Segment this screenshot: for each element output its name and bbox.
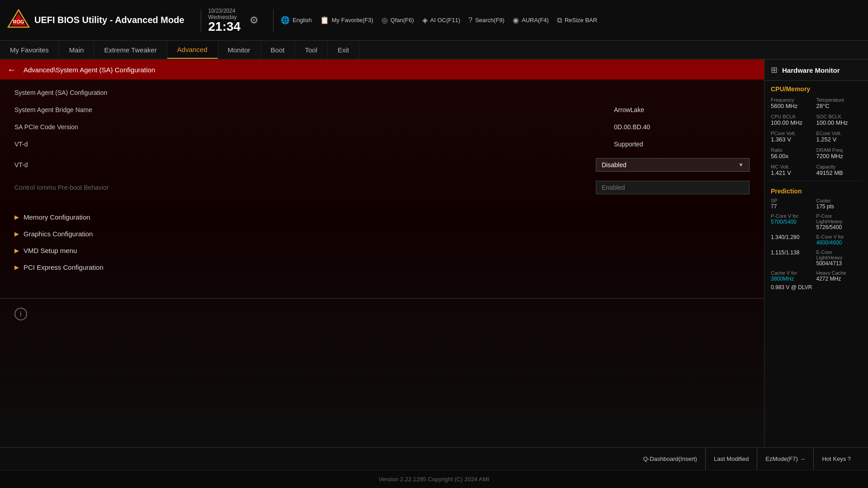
hw-cell-ecore-volt: ECore Volt. 1.252 V [816,129,862,145]
info-section: i [0,303,764,325]
tab-my-favorites[interactable]: My Favorites [0,41,59,59]
ai-oc-icon: ◈ [422,16,428,24]
pcie-code-value: 0D.00.BD.40 [614,123,750,131]
shortcuts-bar: 🌐 English 📋 My Favorite(F3) ◎ Qfan(F6) ◈… [281,16,861,24]
tab-tool[interactable]: Tool [295,41,328,59]
config-item-bridge-name: System Agent Bridge Name ArrowLake [0,101,764,118]
config-item-iommu: Control Iommu Pre-boot Behavior Enabled [0,177,764,198]
header-divider-2 [273,9,274,32]
expand-arrow-icon: ▶ [14,230,19,237]
vtd-dropdown[interactable]: Disabled ▼ [596,158,750,172]
sections-list: ▶ Memory Configuration ▶ Graphics Config… [0,204,764,280]
section-label: Memory Configuration [24,213,90,221]
section-label: Graphics Configuration [24,230,93,238]
prediction-title: Prediction [764,184,868,197]
vtd-support-value: Supported [614,141,750,148]
hw-cell-temperature: Temperature 28°C [816,95,862,111]
config-item-sa-config: System Agent (SA) Configuration [0,84,764,101]
expand-arrow-icon: ▶ [14,214,19,221]
hw-cell-frequency: Frequency 5600 MHz [771,95,816,111]
tab-advanced[interactable]: Advanced [167,41,218,59]
config-item-pcie-code: SA PCIe Code Version 0D.00.BD.40 [0,118,764,136]
back-button[interactable]: ← [7,65,16,75]
shortcut-english[interactable]: 🌐 English [281,16,312,24]
tab-monitor[interactable]: Monitor [218,41,261,59]
pred-heavy-cache: Heavy Cache 4272 MHz [816,269,862,283]
shortcut-my-favorite[interactable]: 📋 My Favorite(F3) [320,16,373,24]
version-bar: Version 2.22.1295 Copyright (C) 2024 AMI [0,470,868,488]
favorite-icon: 📋 [320,16,329,24]
shortcut-search[interactable]: ? Search(F9) [468,16,505,24]
hw-cell-soc-bclk: SOC BCLK 100.00 MHz [816,112,862,128]
bridge-name-label: System Agent Bridge Name [14,106,92,113]
resize-bar-icon: ⧉ [557,16,562,24]
pcie-code-label: SA PCIe Code Version [14,123,78,131]
hw-monitor-title: Hardware Monitor [782,66,840,74]
section-pci-express[interactable]: ▶ PCI Express Configuration [0,259,764,276]
hw-cell-dram-freq: DRAM Freq. 7200 MHz [816,145,862,161]
content-divider [0,298,764,299]
config-item-vtd-setting[interactable]: VT-d Disabled ▼ [0,155,764,175]
hw-cell-capacity: Capacity 49152 MB [816,162,862,178]
aura-icon: ◉ [513,16,519,24]
section-label: PCI Express Configuration [24,263,104,271]
cpu-memory-title: CPU/Memory [764,81,868,95]
header-bar: ROG UEFI BIOS Utility - Advanced Mode 10… [0,0,868,41]
info-icon: i [14,308,27,320]
version-text: Version 2.22.1295 Copyright (C) 2024 AMI [379,476,489,483]
pred-pcore-v-for: P-Core V for 5700/5400 [771,212,816,232]
section-vmd-setup[interactable]: ▶ VMD Setup menu [0,242,764,259]
qfan-icon: ◎ [382,16,388,24]
tab-extreme-tweaker[interactable]: Extreme Tweaker [94,41,167,59]
pred-cache-v-for: Cache V for 3800MHz [771,269,816,283]
ez-mode-button[interactable]: EzMode(F7) → [757,448,814,470]
hw-divider [771,181,862,181]
vtd-setting-label: VT-d [14,161,28,169]
tab-boot[interactable]: Boot [261,41,295,59]
app-title: UEFI BIOS Utility - Advanced Mode [34,15,184,25]
bridge-name-value: ArrowLake [614,106,750,113]
search-icon: ? [468,16,472,24]
pred-sp: SP 77 [771,197,816,211]
section-memory-config[interactable]: ▶ Memory Configuration [0,209,764,225]
shortcut-resize-bar[interactable]: ⧉ ReSize BAR [557,16,597,24]
footer: Q-Dashboard(Insert) Last Modified EzMode… [0,447,868,470]
pred-ecore-v-value: 1.115/1.138 [771,248,816,268]
breadcrumb-text: Advanced\System Agent (SA) Configuration [24,66,155,74]
hw-monitor-panel: ⊞ Hardware Monitor CPU/Memory Frequency … [764,60,868,447]
expand-arrow-icon: ▶ [14,264,19,271]
hw-cell-cpu-bclk: CPU BCLK 100.00 MHz [771,112,816,128]
time-display: 21:34 [208,20,241,33]
hw-cell-pcore-volt: PCore Volt. 1.363 V [771,129,816,145]
shortcut-ai-oc[interactable]: ◈ AI OC(F11) [422,16,460,24]
hw-monitor-icon: ⊞ [771,65,778,75]
pred-ecore-light-heavy: E-CoreLight/Heavy 5004/4713 [816,248,862,268]
sa-config-label: System Agent (SA) Configuration [14,89,107,96]
cpu-memory-stats: Frequency 5600 MHz Temperature 28°C CPU … [764,95,868,178]
date-display: 10/23/2024 Wednesday [208,8,237,20]
pred-cooler: Cooler 175 pts [816,197,862,211]
hot-keys-button[interactable]: Hot Keys ? [814,448,859,470]
iommu-input: Enabled [596,181,750,194]
rog-logo-icon: ROG [7,9,30,32]
config-list: System Agent (SA) Configuration System A… [0,80,764,204]
last-modified-button[interactable]: Last Modified [706,448,757,470]
header-divider [201,9,201,32]
tab-exit[interactable]: Exit [328,41,359,59]
settings-icon[interactable]: ⚙ [250,14,259,26]
breadcrumb: ← Advanced\System Agent (SA) Configurati… [0,60,764,80]
section-graphics-config[interactable]: ▶ Graphics Configuration [0,225,764,242]
content-area: ← Advanced\System Agent (SA) Configurati… [0,60,764,447]
prediction-stats: SP 77 Cooler 175 pts P-Core V for 5700/5… [764,197,868,283]
hw-cell-ratio: Ratio 56.00x [771,145,816,161]
hw-cell-mc-volt: MC Volt. 1.421 V [771,162,816,178]
tab-main[interactable]: Main [59,41,94,59]
pred-pcore-light-heavy-label: P-CoreLight/Heavy 5726/5400 [816,212,862,232]
shortcut-aura[interactable]: ◉ AURA(F4) [513,16,549,24]
datetime-display: 10/23/2024 Wednesday 21:34 [208,8,241,33]
shortcut-qfan[interactable]: ◎ Qfan(F6) [382,16,414,24]
pred-ecore-v-for: E-Core V for 4600/4600 [816,233,862,247]
q-dashboard-button[interactable]: Q-Dashboard(Insert) [635,448,706,470]
section-label: VMD Setup menu [24,247,77,254]
main-layout: ← Advanced\System Agent (SA) Configurati… [0,60,868,447]
